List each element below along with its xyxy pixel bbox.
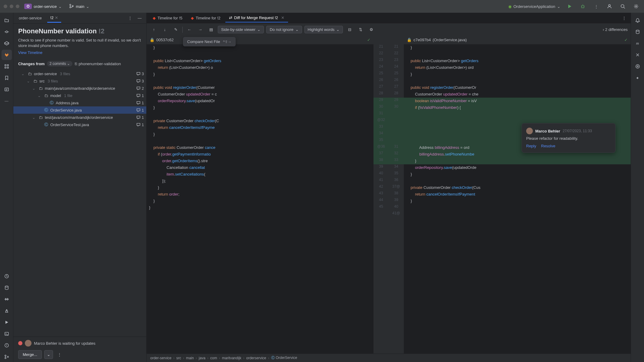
footer-more-button[interactable]: ⋮	[55, 350, 64, 359]
breadcrumb-segment[interactable]: maritvandijk	[222, 356, 241, 360]
sync-scroll-button[interactable]: ⇅	[356, 25, 365, 34]
commits-dropdown[interactable]: 2 commits ⌄	[47, 61, 72, 66]
code-line: }	[147, 44, 373, 51]
next-file-button[interactable]: →	[196, 25, 204, 34]
panel-tab-project[interactable]: order-service	[16, 14, 45, 22]
settings-button[interactable]	[632, 2, 640, 11]
chevron-down-icon[interactable]: ⌄	[32, 86, 36, 91]
comment-count: 3	[136, 79, 144, 83]
spring-icon: ◉	[508, 4, 512, 9]
view-timeline-link[interactable]: View Timeline	[18, 50, 42, 55]
gutter-row: 4439	[373, 198, 404, 204]
code-with-me-button[interactable]	[605, 2, 614, 11]
code-line	[404, 51, 631, 58]
diff-right-pane[interactable]: } public List<CustomerOrder> getOrders r…	[404, 44, 631, 354]
panel-tab-mr[interactable]: !2✕	[47, 14, 61, 23]
avatar	[25, 340, 32, 347]
project-selector[interactable]: O order-service ⌄	[22, 2, 64, 10]
close-icon[interactable]: ✕	[281, 15, 284, 20]
changes-label: Changes from	[18, 62, 45, 66]
terminal-tool-button[interactable]	[2, 329, 12, 339]
run-config-selector[interactable]: ◉ OrderserviceApplication ⌄	[508, 4, 560, 9]
more-tool-button[interactable]: ⋯	[2, 96, 12, 106]
close-icon[interactable]: ✕	[55, 15, 58, 20]
breadcrumb-segment[interactable]: Ⓒ OrderService	[271, 355, 297, 360]
next-diff-button[interactable]: ↓	[161, 25, 169, 34]
pull-requests-tool-button[interactable]	[2, 84, 12, 95]
whitespace-select[interactable]: Do not ignore ⌄	[266, 26, 302, 33]
run-button[interactable]	[565, 2, 574, 11]
merge-request-panel: order-service !2✕ ⋮ — PhoneNumber valida…	[13, 13, 147, 362]
panel-options-button[interactable]: ⋮	[126, 14, 134, 22]
ai-tool-button[interactable]: ✦	[632, 73, 643, 83]
chevron-down-icon[interactable]: ⌄	[32, 115, 36, 120]
maven-tool-button[interactable]: m	[632, 38, 643, 49]
services-tool-button[interactable]	[2, 294, 12, 304]
commit-tool-button[interactable]	[2, 27, 12, 37]
problems-tool-button[interactable]	[2, 340, 12, 350]
code-line: return cancelOrderItemsIfPayment	[404, 191, 631, 198]
tree-row[interactable]: ⒸAddress.java1	[13, 99, 146, 106]
breadcrumb-segment[interactable]: main	[186, 356, 194, 360]
tree-row[interactable]: ⌄🗀main/java/com/maritvandijk/orderservic…	[13, 85, 146, 92]
merge-button[interactable]: Merge...	[18, 350, 42, 359]
notifications-tool-button[interactable]	[632, 15, 643, 25]
tree-row[interactable]: ⌄🗀test/java/com/maritvandijk/orderservic…	[13, 114, 146, 121]
breadcrumb-segment[interactable]: orderservice	[246, 356, 266, 360]
gitlab-tool-button[interactable]	[2, 50, 12, 60]
breadcrumb-segment[interactable]: src	[176, 356, 181, 360]
chevron-down-icon[interactable]: ⌄	[38, 93, 42, 98]
profiler-tool-button[interactable]	[2, 271, 12, 281]
tree-row[interactable]: ⌄🗀order-service3 files3	[13, 70, 146, 77]
close-window[interactable]	[4, 5, 7, 8]
database-tool-button[interactable]	[2, 283, 12, 293]
file-list-button[interactable]: ▤	[207, 25, 215, 34]
editor-area: ◆Timeline for !5 ◆Timeline for !2 ⇄Diff …	[147, 13, 631, 362]
debug-button[interactable]	[579, 2, 587, 11]
gutter-row: 2121	[373, 44, 404, 51]
resolve-link[interactable]: Resolve	[541, 144, 555, 148]
panel-minimize-button[interactable]: —	[135, 14, 144, 22]
branch-chip[interactable]: ⎘ phonenumber-validation	[75, 62, 121, 66]
reply-link[interactable]: Reply	[526, 144, 536, 148]
gutter-row: 31	[373, 111, 404, 118]
viewer-mode-select[interactable]: Side-by-side viewer ⌄	[218, 26, 264, 33]
tree-row[interactable]: ⌄🗀src3 files3	[13, 77, 146, 85]
prev-diff-button[interactable]: ↑	[150, 25, 158, 34]
edit-button[interactable]: ✎	[171, 25, 180, 34]
tree-row[interactable]: ⌄🗀model1 file1	[13, 92, 146, 99]
learn-tool-button[interactable]	[2, 38, 12, 49]
merge-dropdown-button[interactable]: ⌄	[44, 350, 53, 359]
collapse-button[interactable]: ⊟	[345, 25, 354, 34]
chevron-down-icon[interactable]: ⌄	[21, 72, 25, 76]
prev-file-button[interactable]: ←	[185, 25, 194, 34]
breadcrumb-segment[interactable]: order-service	[150, 356, 171, 360]
more-actions-button[interactable]: ⋮	[592, 2, 600, 11]
maximize-window[interactable]	[16, 5, 19, 8]
highlight-select[interactable]: Highlight words ⌄	[304, 26, 343, 33]
diff-left-pane[interactable]: } public List<CustomerOrder> getOrders r…	[147, 44, 373, 354]
breadcrumb-segment[interactable]: java	[199, 356, 205, 360]
endpoints-tool-button[interactable]	[632, 61, 643, 72]
project-tool-button[interactable]	[2, 15, 12, 25]
tree-row[interactable]: ⒸOrderService.java1	[13, 106, 146, 114]
search-button[interactable]	[619, 2, 627, 11]
chevron-down-icon[interactable]: ⌄	[27, 79, 31, 83]
coverage-tool-button[interactable]	[632, 50, 643, 60]
run-tool-button[interactable]	[2, 317, 12, 327]
vcs-tool-button[interactable]	[2, 352, 12, 362]
code-line: CustomerOrder updatedOrder = che	[404, 91, 631, 98]
editor-tab-diff[interactable]: ⇄Diff for Merge Request !2✕	[225, 14, 288, 22]
minimize-window[interactable]	[10, 5, 13, 8]
database-right-button[interactable]	[632, 27, 643, 37]
editor-tab-timeline-5[interactable]: ◆Timeline for !5	[149, 14, 186, 22]
bookmarks-tool-button[interactable]	[2, 73, 12, 83]
editor-tab-timeline-2[interactable]: ◆Timeline for !2	[187, 14, 224, 22]
branch-selector[interactable]: main ⌄	[67, 2, 92, 11]
breadcrumb-segment[interactable]: com	[210, 356, 217, 360]
tree-row[interactable]: ⒸOrderServiceTest.java1	[13, 121, 146, 128]
editor-tabs-more-button[interactable]: ⋮	[620, 14, 628, 22]
build-tool-button[interactable]	[2, 306, 12, 316]
diff-settings-button[interactable]: ⚙	[367, 25, 376, 34]
structure-tool-button[interactable]	[2, 61, 12, 72]
